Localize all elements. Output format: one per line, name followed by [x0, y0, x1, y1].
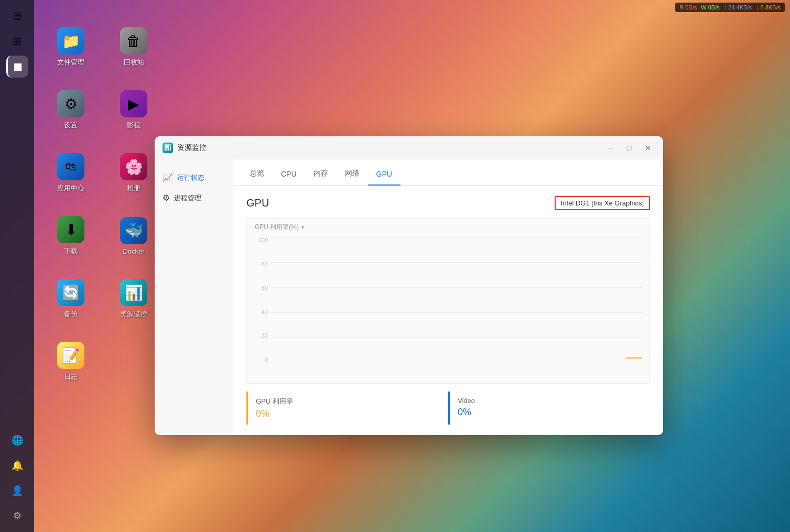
desktop-icons-grid: 📁 文件管理 🗑 回收站 ⚙ 设置 ▶ 影视 🛍 应用中心 🌸 相册 ⬇ 下载 …: [39, 16, 165, 456]
network-read: R 0B/s: [679, 4, 697, 10]
desktop-icon-app-store[interactable]: 🛍 应用中心: [39, 142, 102, 204]
bell-icon: 🔔: [12, 460, 23, 471]
media-label: 影视: [127, 121, 140, 130]
chart-y-80: 80: [252, 261, 268, 267]
chart-label-row: GPU 利用率(%) ▾: [247, 219, 650, 234]
taskbar-settings[interactable]: ⚙: [6, 505, 28, 527]
desktop-icon-download[interactable]: ⬇ 下载: [39, 204, 102, 267]
desktop-icon-media[interactable]: ▶ 影视: [102, 79, 165, 142]
window-title-icon: 📊: [163, 143, 173, 153]
gridline-40: [270, 312, 642, 313]
gpu-model-badge: Intel DG1 [Iris Xe Graphics]: [555, 196, 650, 210]
notes-label: 日志: [64, 372, 78, 382]
network-upload: ↑ 24.4KB/s: [724, 4, 752, 10]
gpu-stats: GPU 利用率 0% Video 0%: [246, 392, 650, 425]
recycle-bin-label: 回收站: [124, 58, 144, 67]
taskbar-grid[interactable]: ⊞: [6, 30, 28, 52]
sidebar-item-process-manager[interactable]: ⚙ 进程管理: [155, 188, 233, 208]
sidebar-item-running-status[interactable]: 📈 运行状态: [155, 167, 233, 188]
chart-dropdown-icon[interactable]: ▾: [301, 224, 304, 230]
tab-bar: 总览 CPU 内存 网络 GPU: [233, 159, 663, 186]
process-manager-icon: ⚙: [163, 193, 170, 203]
sidebar: 📈 运行状态 ⚙ 进程管理: [155, 159, 233, 435]
gallery-label: 相册: [127, 183, 140, 193]
media-icon: ▶: [120, 90, 147, 117]
taskbar: 🖥 ⊞ ◼ 🌐 🔔 👤 ⚙: [0, 0, 34, 532]
download-icon: ⬇: [57, 216, 84, 243]
tab-overview[interactable]: 总览: [241, 162, 273, 186]
chart-y-100: 100: [252, 237, 268, 243]
chart-container: GPU 利用率(%) ▾ 100 80 60 40 20 0: [246, 218, 650, 384]
app-store-label: 应用中心: [57, 183, 84, 193]
gear-bottom-icon: ⚙: [13, 510, 21, 522]
backup-label: 备份: [64, 309, 78, 319]
gpu-title: GPU: [246, 197, 269, 209]
chart-label-text: GPU 利用率(%): [255, 223, 299, 232]
chart-y-40: 40: [252, 309, 268, 315]
tab-memory[interactable]: 内存: [305, 162, 337, 186]
app-store-icon: 🛍: [57, 153, 84, 180]
desktop-icon-notes[interactable]: 📝 日志: [39, 330, 102, 393]
video-label: Video: [458, 397, 642, 405]
gridline-0: [270, 363, 642, 363]
settings-icon: ⚙: [57, 90, 84, 117]
tab-cpu[interactable]: CPU: [273, 164, 305, 186]
backup-icon: 🔄: [57, 279, 84, 306]
gallery-icon: 🌸: [120, 153, 147, 180]
network-download: ↓ 8.8KB/s: [756, 4, 781, 10]
chart-y-20: 20: [252, 332, 268, 339]
desktop-icon-file-manager[interactable]: 📁 文件管理: [39, 16, 102, 79]
taskbar-bell[interactable]: 🔔: [6, 454, 28, 476]
gpu-header: GPU Intel DG1 [Iris Xe Graphics]: [246, 196, 650, 210]
notes-icon: 📝: [57, 342, 84, 369]
content-area: 总览 CPU 内存 网络 GPU GPU Intel DG1 [Iris Xe …: [233, 159, 663, 435]
resource-monitor-icon: 📊: [120, 279, 147, 306]
chart-usage-indicator: [626, 357, 642, 359]
video-value: 0%: [458, 407, 642, 418]
gpu-stat-usage: GPU 利用率 0%: [246, 392, 448, 425]
tab-network[interactable]: 网络: [337, 162, 368, 186]
gpu-stat-video: Video 0%: [448, 392, 650, 425]
window-body: 📈 运行状态 ⚙ 进程管理 总览 CPU 内存 网络 GPU GPU: [155, 159, 663, 435]
sidebar-item-process-manager-label: 进程管理: [174, 193, 201, 203]
chart-y-60: 60: [252, 285, 268, 291]
chart-inner: 100 80 60 40 20 0: [252, 234, 644, 365]
window-title: 资源监控: [177, 143, 603, 153]
taskbar-user[interactable]: 👤: [6, 480, 28, 502]
docker-label: Docker: [123, 247, 144, 255]
grid-icon: ⊞: [13, 35, 21, 48]
window-controls: ─ □ ✕: [603, 140, 655, 155]
earth-icon: 🌐: [12, 435, 23, 446]
download-label: 下载: [64, 246, 78, 256]
chart-graph: [270, 237, 642, 363]
desktop-icon-backup[interactable]: 🔄 备份: [39, 267, 102, 330]
desktop-icon-settings[interactable]: ⚙ 设置: [39, 79, 102, 142]
sidebar-item-running-status-label: 运行状态: [177, 173, 204, 182]
gpu-usage-value: 0%: [256, 408, 440, 419]
recycle-bin-icon: 🗑: [120, 27, 147, 55]
status-bar: R 0B/s W 0B/s ↑ 24.4KB/s ↓ 8.8KB/s: [675, 3, 785, 12]
maximize-button[interactable]: □: [622, 140, 636, 155]
close-button[interactable]: ✕: [641, 140, 655, 155]
settings-label: 设置: [64, 121, 78, 130]
resource-monitor-label: 资源监控: [120, 309, 147, 319]
minimize-button[interactable]: ─: [603, 140, 618, 155]
chart-y-0: 0: [252, 356, 268, 363]
user-icon: 👤: [12, 485, 23, 496]
gridline-20: [270, 338, 642, 338]
gridline-60: [270, 287, 642, 288]
taskbar-earth[interactable]: 🌐: [6, 429, 28, 451]
running-status-icon: 📈: [163, 172, 173, 182]
monitor-icon: 🖥: [12, 10, 23, 23]
taskbar-terminal[interactable]: ◼: [6, 56, 28, 78]
gridline-80: [270, 262, 642, 263]
app-window: 📊 资源监控 ─ □ ✕ 📈 运行状态 ⚙ 进程管理 总览 CPU: [155, 136, 663, 435]
window-titlebar: 📊 资源监控 ─ □ ✕: [155, 136, 663, 159]
terminal-icon: ◼: [13, 60, 23, 73]
tab-gpu[interactable]: GPU: [368, 164, 401, 186]
taskbar-monitor[interactable]: 🖥: [6, 5, 28, 27]
gpu-content: GPU Intel DG1 [Iris Xe Graphics] GPU 利用率…: [233, 186, 663, 435]
gridline-100: [270, 237, 642, 237]
desktop-icon-recycle-bin[interactable]: 🗑 回收站: [102, 16, 165, 79]
network-write: W 0B/s: [701, 4, 719, 10]
